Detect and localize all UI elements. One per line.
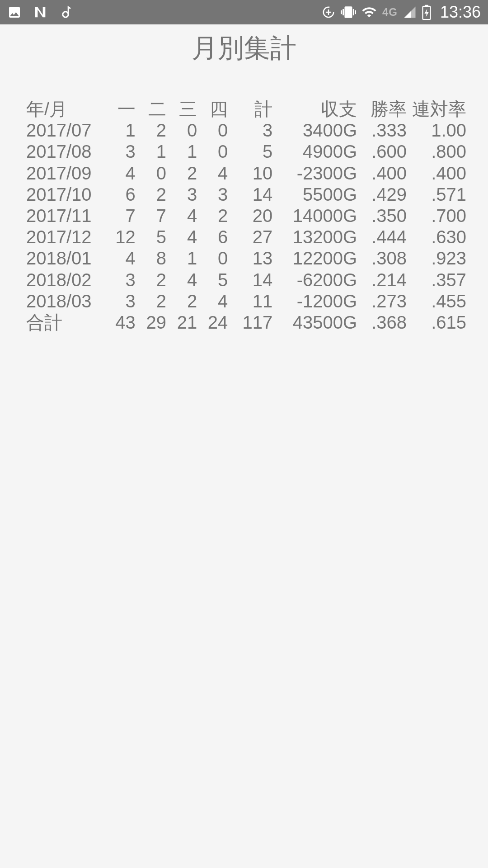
cell-balance: 3400G (272, 120, 357, 141)
status-bar: 4G 13:36 (0, 0, 488, 24)
table-header-row: 年/月 一 二 三 四 計 収支 勝率 連対率 (26, 99, 466, 120)
cell-c4: 4 (197, 163, 228, 184)
cell-ym: 2017/10 (26, 184, 105, 205)
cell-ym: 2018/03 (26, 291, 105, 312)
cell-c2: 1 (136, 141, 166, 162)
data-saver-icon (322, 5, 335, 19)
cell-c2: 7 (136, 205, 166, 226)
cell-winrate: .273 (357, 291, 407, 312)
cell-balance: 12200G (272, 248, 357, 269)
cell-c3: 4 (166, 205, 197, 226)
n-app-icon (33, 5, 48, 20)
cell-ym: 2017/08 (26, 141, 105, 162)
cell-c4: 0 (197, 120, 228, 141)
table-row: 2017/12125462713200G.444.630 (26, 226, 466, 248)
cell-c2: 2 (136, 184, 166, 205)
cell-winrate: .429 (357, 184, 407, 205)
cell-c4: 3 (197, 184, 228, 205)
cell-balance: -2300G (272, 163, 357, 184)
col-first: 一 (105, 99, 136, 120)
cell-winrate: .350 (357, 205, 407, 226)
cell-rentai: 1.00 (407, 120, 466, 141)
total-winrate: .368 (357, 312, 407, 333)
cell-total: 27 (228, 226, 272, 248)
col-rentai: 連対率 (407, 99, 466, 120)
battery-charging-icon (422, 5, 431, 20)
cell-total: 14 (228, 184, 272, 205)
cell-c3: 2 (166, 163, 197, 184)
col-yearmonth: 年/月 (26, 99, 105, 120)
svg-rect-3 (425, 5, 428, 6)
cell-balance: 4900G (272, 141, 357, 162)
cell-winrate: .333 (357, 120, 407, 141)
col-second: 二 (136, 99, 166, 120)
cell-total: 11 (228, 291, 272, 312)
cell-balance: -1200G (272, 291, 357, 312)
cell-ym: 2017/11 (26, 205, 105, 226)
total-first: 43 (105, 312, 136, 333)
cell-rentai: .357 (407, 269, 466, 291)
cell-c2: 2 (136, 291, 166, 312)
cell-c2: 2 (136, 269, 166, 291)
network-label: 4G (382, 6, 398, 19)
cell-c2: 5 (136, 226, 166, 248)
page-title: 月別集計 (0, 31, 488, 66)
cell-c3: 2 (166, 291, 197, 312)
table-row: 2017/07120033400G.3331.00 (26, 120, 466, 141)
cell-c4: 5 (197, 269, 228, 291)
table-row: 2017/1177422014000G.350.700 (26, 205, 466, 226)
stats-table: 年/月 一 二 三 四 計 収支 勝率 連対率 2017/07120033400… (0, 66, 488, 333)
total-label: 合計 (26, 312, 105, 333)
cell-rentai: .400 (407, 163, 466, 184)
status-right: 4G 13:36 (322, 3, 481, 22)
cell-balance: 14000G (272, 205, 357, 226)
cell-balance: 5500G (272, 184, 357, 205)
cell-c1: 12 (105, 226, 136, 248)
cell-winrate: .600 (357, 141, 407, 162)
cell-balance: 13200G (272, 226, 357, 248)
cell-c3: 1 (166, 141, 197, 162)
cell-c1: 3 (105, 141, 136, 162)
col-total: 計 (228, 99, 272, 120)
cell-c1: 3 (105, 269, 136, 291)
cell-c1: 7 (105, 205, 136, 226)
status-left (7, 5, 72, 20)
cell-rentai: .571 (407, 184, 466, 205)
cell-c3: 0 (166, 120, 197, 141)
cell-total: 20 (228, 205, 272, 226)
cell-total: 5 (228, 141, 272, 162)
cell-winrate: .400 (357, 163, 407, 184)
cell-ym: 2017/09 (26, 163, 105, 184)
cell-c3: 3 (166, 184, 197, 205)
vibrate-icon (341, 5, 356, 20)
table-row: 2018/02324514-6200G.214.357 (26, 269, 466, 291)
cell-total: 10 (228, 163, 272, 184)
table-row: 2017/106233145500G.429.571 (26, 184, 466, 205)
cell-ym: 2017/12 (26, 226, 105, 248)
cell-winrate: .444 (357, 226, 407, 248)
cell-rentai: .630 (407, 226, 466, 248)
total-third: 21 (166, 312, 197, 333)
col-balance: 収支 (272, 99, 357, 120)
cell-balance: -6200G (272, 269, 357, 291)
cell-c1: 6 (105, 184, 136, 205)
table-total-row: 合計 43 29 21 24 117 43500G .368 .615 (26, 312, 466, 333)
cell-c1: 4 (105, 163, 136, 184)
wifi-icon (361, 5, 377, 20)
table-row: 2017/09402410-2300G.400.400 (26, 163, 466, 184)
cell-rentai: .700 (407, 205, 466, 226)
table-row: 2018/0148101312200G.308.923 (26, 248, 466, 269)
cell-total: 13 (228, 248, 272, 269)
col-fourth: 四 (197, 99, 228, 120)
cell-ym: 2017/07 (26, 120, 105, 141)
total-total: 117 (228, 312, 272, 333)
cell-c3: 1 (166, 248, 197, 269)
cell-rentai: .800 (407, 141, 466, 162)
cell-c4: 2 (197, 205, 228, 226)
total-rentai: .615 (407, 312, 466, 333)
cell-c1: 4 (105, 248, 136, 269)
cell-rentai: .455 (407, 291, 466, 312)
cell-c4: 4 (197, 291, 228, 312)
cell-total: 3 (228, 120, 272, 141)
cell-rentai: .923 (407, 248, 466, 269)
